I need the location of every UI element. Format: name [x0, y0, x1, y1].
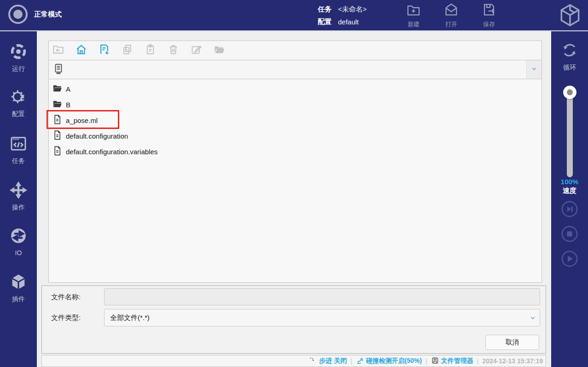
new-file-button[interactable]: [98, 44, 111, 57]
chevron-down-icon: [530, 64, 538, 75]
task-label: 任务: [318, 5, 332, 14]
speed-slider-thumb[interactable]: [563, 86, 576, 99]
file-name-label: 文件名称:: [51, 293, 81, 302]
file-type-value: 全部文件(*.*): [110, 314, 150, 322]
sidebar-item-operate-label: 操作: [12, 204, 25, 212]
sidebar-item-run[interactable]: 运行: [0, 42, 37, 73]
step-forward-button[interactable]: [561, 200, 578, 218]
list-item-default-configuration-variables[interactable]: default.configuration.variables: [49, 144, 541, 159]
brand-logo-icon: [557, 2, 583, 29]
folder-up-button[interactable]: [52, 44, 64, 57]
sidebar-item-task[interactable]: 任务: [0, 134, 37, 165]
status-timestamp: 2024-12-13 15:37:19: [482, 357, 543, 365]
new-task-icon: [406, 2, 421, 19]
new-file-icon: [98, 43, 111, 58]
sidebar-item-task-label: 任务: [12, 157, 25, 165]
speed-slider-track[interactable]: [567, 89, 573, 177]
io-icon: [9, 227, 28, 247]
app-header: 正常模式 任务 <未命名> 配置 default 新建 打开 保: [0, 0, 588, 31]
stop-icon: [561, 236, 578, 244]
folder-icon: [52, 99, 63, 111]
paste-icon: [144, 43, 157, 58]
computer-icon: [52, 63, 64, 76]
mode-indicator-icon: [8, 5, 28, 24]
home-icon: [75, 43, 87, 58]
sidebar-item-plugin[interactable]: 插件: [0, 273, 37, 303]
rename-button[interactable]: [190, 44, 203, 57]
location-dropdown[interactable]: [48, 60, 542, 79]
sidebar-item-plugin-label: 插件: [12, 295, 25, 303]
stop-button[interactable]: [561, 225, 578, 243]
sidebar-item-run-label: 运行: [12, 65, 25, 73]
plugin-icon: [9, 273, 28, 293]
open-folder-button[interactable]: [213, 44, 226, 57]
location-dropdown-toggle[interactable]: [526, 60, 541, 79]
status-separator: |: [477, 357, 479, 365]
copy-icon: [121, 43, 134, 58]
copy-button[interactable]: [121, 44, 134, 57]
right-control-sidebar: 循环 100% 速度: [551, 31, 588, 367]
speed-label: 速度: [551, 186, 588, 195]
step-arrow-icon: [309, 356, 317, 366]
sidebar-item-io-label: IO: [15, 249, 22, 256]
file-icon: [52, 114, 63, 127]
task-value: <未命名>: [338, 5, 367, 14]
list-item-folder-b[interactable]: B: [49, 97, 541, 112]
file-list: A B a_pose.ml default.configuration defa…: [48, 79, 542, 283]
list-item-default-configuration[interactable]: default.configuration: [49, 128, 541, 144]
play-button[interactable]: [561, 250, 578, 268]
save-task-button[interactable]: 保存: [481, 2, 497, 29]
sidebar-item-operate[interactable]: 操作: [0, 181, 37, 212]
file-name-input[interactable]: [104, 288, 540, 305]
sidebar-item-config-label: 配置: [12, 110, 25, 118]
list-item-a-pose[interactable]: a_pose.ml: [49, 112, 541, 128]
sidebar-item-config[interactable]: 配置: [0, 87, 37, 118]
cancel-button[interactable]: 取消: [485, 335, 539, 350]
loop-label: 循环: [563, 64, 576, 72]
file-icon: [52, 130, 63, 142]
folder-icon: [52, 83, 63, 95]
open-task-button[interactable]: 打开: [443, 2, 460, 29]
open-task-label: 打开: [445, 20, 457, 29]
task-icon: [9, 134, 28, 155]
save-task-icon: [481, 2, 497, 19]
new-task-button[interactable]: 新建: [405, 2, 422, 29]
new-task-label: 新建: [408, 20, 419, 29]
file-name: B: [66, 101, 70, 109]
operate-icon: [9, 181, 28, 201]
task-config-summary: 任务 <未命名> 配置 default: [318, 3, 367, 28]
delete-button[interactable]: [167, 44, 180, 57]
open-task-icon: [443, 2, 459, 19]
rename-icon: [190, 43, 203, 58]
status-separator: |: [425, 357, 427, 365]
step-mode-label: 步进 关闭: [319, 357, 347, 365]
save-task-label: 保存: [483, 20, 495, 29]
collision-robot-icon: [356, 356, 364, 366]
file-manager-label: 文件管理器: [441, 357, 473, 365]
speed-percent: 100%: [551, 178, 588, 186]
status-bar: 步进 关闭 | 碰撞检测开启(50%) | 文件管理器 | 2024-12-13…: [41, 355, 546, 367]
file-type-select[interactable]: 全部文件(*.*): [104, 309, 540, 326]
step-mode-status[interactable]: 步进 关闭: [309, 356, 347, 366]
cancel-label: 取消: [506, 338, 519, 347]
sidebar-item-io[interactable]: IO: [0, 227, 37, 256]
file-type-label: 文件类型:: [51, 314, 81, 322]
collision-detection-status[interactable]: 碰撞检测开启(50%): [356, 356, 422, 366]
folder-up-icon: [52, 43, 64, 58]
paste-button[interactable]: [144, 44, 157, 57]
home-button[interactable]: [75, 44, 87, 57]
chevron-down-icon: [529, 314, 537, 323]
file-manager-icon: [431, 356, 439, 366]
file-dialog-form: 文件名称: 文件类型: 全部文件(*.*) 取消: [41, 285, 546, 354]
run-icon: [9, 42, 28, 63]
collision-detection-label: 碰撞检测开启(50%): [366, 357, 422, 365]
list-item-folder-a[interactable]: A: [49, 81, 541, 97]
left-nav-sidebar: 运行 配置 任务 操作 IO 插件 A2E2: [0, 31, 37, 367]
config-icon: [9, 87, 28, 108]
file-manager-status: 文件管理器: [431, 356, 473, 366]
config-label: 配置: [318, 17, 332, 26]
file-toolbar: [48, 41, 542, 60]
mode-label: 正常模式: [34, 10, 62, 19]
loop-mode-button[interactable]: 循环: [551, 41, 588, 72]
file-name: default.configuration.variables: [66, 148, 157, 156]
